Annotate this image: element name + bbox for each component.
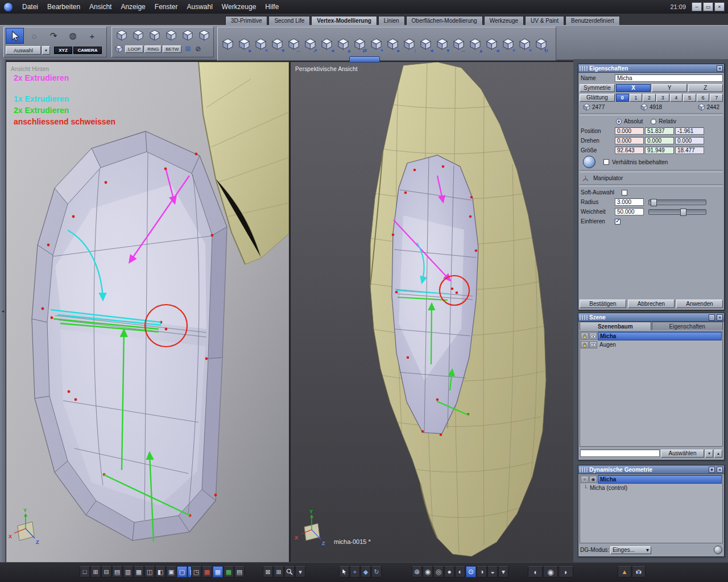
symmetry-x-button[interactable]: X [616,84,651,92]
symmetry-y-button[interactable]: Y [652,84,686,92]
panel-grip[interactable] [580,467,588,472]
select-cursor-icon[interactable] [339,566,349,577]
view-left-eye-icon[interactable]: ◖ [528,566,543,577]
view-eye-icon[interactable]: ◉ [543,566,558,577]
point-edit-mode-icon[interactable] [114,28,129,43]
layout-wide[interactable]: ▢ [177,566,187,577]
scene-search-input[interactable] [580,450,660,457]
dg-item-micha[interactable]: ≈ ◉ Micha [580,475,722,484]
scene-item-augen[interactable]: Augen [580,340,722,349]
cut-tool[interactable]: + [368,30,384,57]
panel-close-button[interactable]: × [717,467,723,473]
flatten-tool[interactable]: ↕ [401,30,417,57]
sweep-tool[interactable] [220,30,236,57]
size-z-field[interactable] [675,147,704,154]
separate-tool[interactable]: ▴ [467,30,483,57]
eye-icon[interactable] [589,332,597,340]
boolean-tool[interactable]: ↔ [450,30,467,57]
dg-state-sphere-icon[interactable] [714,546,722,554]
position-z-field[interactable] [675,127,704,135]
layout-left-split[interactable]: ◫ [144,566,155,577]
viewport-mini-titlebar[interactable] [349,56,380,63]
window-maximize-button[interactable]: ▭ [703,2,713,11]
xyz-toggle-button[interactable]: XYZ [54,47,72,54]
dg-panel-header[interactable]: Dynamische Geometrie ▾ × [578,465,724,474]
rotate-y-field[interactable] [645,137,674,144]
lock-icon[interactable] [581,332,589,340]
camera-toggle-button[interactable]: CAMERA [73,47,102,54]
snap-vertex-icon[interactable]: ⊞ [274,566,284,577]
anwenden-button[interactable]: Anwenden [676,300,723,308]
viewport-back[interactable]: Y X Z Ansicht Hinten 2x Extrudieren1x Ex… [6,61,289,564]
textured-display-icon[interactable]: ⊙ [466,566,476,577]
paint-select-tool[interactable]: + [83,28,101,44]
panel-grip[interactable] [580,315,588,320]
auswahl-dropdown[interactable]: Auswahl [6,46,41,55]
tab-werkzeuge[interactable]: Werkzeuge [484,16,524,25]
menu-fenster[interactable]: Fenster [150,2,183,12]
tab-szenenbaum[interactable]: Szenenbaum [580,322,651,330]
grid-plain-toggle[interactable]: ▤ [234,566,245,577]
arc-rotate-tool[interactable]: ↷ [44,28,63,44]
display-menu-arrow[interactable]: ▾ [498,566,508,577]
relativ-radio[interactable] [651,119,656,124]
size-y-field[interactable] [645,147,674,154]
edge-rotate-tool[interactable]: ↻ [533,30,549,57]
menu-hilfe[interactable]: Hilfe [260,2,283,12]
scroll-up-button[interactable]: ▴ [714,450,722,458]
loop-select-button[interactable]: LOOP [125,45,143,53]
layout-main-sub[interactable]: ▣ [166,566,176,577]
tab-eigenschaften[interactable]: Eigenschaften [652,322,723,330]
collapse-left-icon[interactable]: ◂ [2,309,4,314]
orbit-tool-icon[interactable]: ↻ [371,566,382,577]
tab-linien[interactable]: Linien [378,16,405,25]
bevel-tool[interactable]: + [253,30,269,57]
rotate-x-field[interactable] [615,137,644,144]
weld-tool[interactable]: ▸ [384,30,401,57]
view-right-eye-icon[interactable]: ◗ [559,566,573,577]
panel-restore-button[interactable]: □ [709,314,715,321]
smoothing-level-7[interactable]: 7 [710,94,723,102]
slice-tool[interactable]: ⇄ [351,30,368,57]
wireframe-toggle[interactable]: ◳ [191,566,201,577]
symmetry-z-button[interactable]: Z [688,84,723,92]
scroll-down-button[interactable]: ▾ [705,450,713,458]
object-select-tool[interactable] [6,28,24,44]
zoom-tool-icon[interactable] [284,566,295,577]
properties-panel-header[interactable]: Eigenschaften × [578,64,724,73]
smoothing-level-5[interactable]: 5 [683,94,696,102]
tab-vertex-modellierung[interactable]: Vertex-Modellierung [311,16,377,25]
scene-panel-header[interactable]: Szene □ × [578,313,724,322]
menu-datei[interactable]: Datei [18,2,43,12]
deform-tool[interactable]: ↗ [302,30,318,57]
einfrieren-checkbox[interactable] [615,219,621,225]
absolut-radio[interactable] [616,119,622,124]
viewport-perspective[interactable]: Y X Z Perspektivische Ansicht micha-0015… [290,61,574,564]
smoothing-level-4[interactable]: 4 [670,94,683,102]
panel-grip[interactable] [580,66,588,71]
lit-display-icon[interactable]: ◑ [477,566,487,577]
add-point-tool[interactable]: + [516,30,533,57]
sphere-select-tool[interactable]: ◍ [64,28,82,44]
softness-field[interactable] [615,208,644,215]
abbrechen-button[interactable]: Abbrechen [628,300,675,308]
object-edit-mode-icon[interactable] [163,28,179,43]
layout-cols[interactable]: ▥ [123,566,133,577]
smoothing-level-3[interactable]: 3 [656,94,669,102]
name-field[interactable] [615,74,723,82]
ring-select-button[interactable]: RING [144,45,162,53]
glaettung-button[interactable]: Glättung [580,94,615,102]
layout-single-view[interactable]: □ [80,566,90,577]
window-minimize-button[interactable]: – [692,2,702,11]
face-edit-mode-icon[interactable] [147,28,162,43]
mesh-edit-mode-icon[interactable] [196,28,212,43]
dg-sim-icon[interactable]: ≈ [581,476,589,483]
grid-select-icon[interactable]: ⊞ [183,44,193,53]
grid-green-toggle[interactable]: ▦ [224,566,234,577]
position-x-field[interactable] [615,127,644,135]
verhaeltnis-checkbox[interactable] [603,159,609,165]
lasso-select-tool[interactable]: ◌ [25,28,43,44]
rotate-z-field[interactable] [675,137,704,144]
between-select-button[interactable]: BETW [163,45,181,53]
subdivide-tool[interactable]: ▴ [335,30,351,57]
